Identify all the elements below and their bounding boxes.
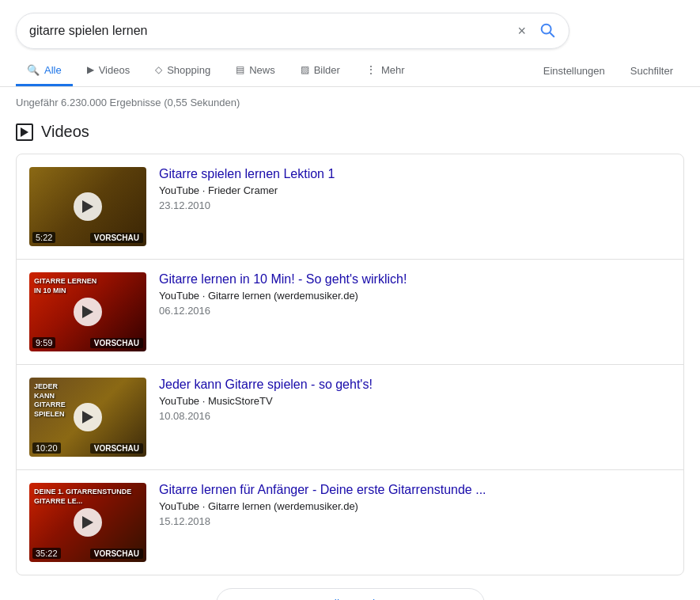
tab-news[interactable]: ▤ News [225,56,286,86]
svg-marker-5 [82,411,93,423]
thumb-play-button[interactable] [74,508,102,537]
play-icon [82,306,93,318]
video-thumbnail[interactable]: JEDERKANNGITARRESPIELEN 10:20 VORSCHAU [29,378,146,457]
tab-alle[interactable]: 🔍 Alle [16,56,73,86]
preview-label: VORSCHAU [90,233,143,243]
thumb-text-overlay: JEDERKANNGITARRESPIELEN [34,382,66,420]
video-duration: 35:22 [32,548,61,559]
play-triangle-icon [21,127,28,137]
thumb-play-button[interactable] [74,192,102,221]
alle-icon: 🔍 [27,64,40,76]
thumb-text-overlay: GITARRE LERNENIN 10 MIN [34,277,96,295]
svg-line-1 [550,32,554,36]
play-icon [82,200,93,213]
video-duration: 10:20 [32,442,61,454]
search-icon [539,21,556,39]
video-info: Jeder kann Gitarre spielen - so geht's! … [159,378,671,422]
thumb-text-overlay: DEINE 1. GITARRENSTUNDEGITARRE LE... [34,488,131,506]
tab-videos-label: Videos [99,64,131,76]
main-content: Videos 5:22 VORSCHAU Gitarre spielen ler… [0,115,700,600]
video-meta: YouTube · Gitarre lernen (werdemusiker.d… [159,290,671,302]
tab-shopping-label: Shopping [167,64,210,76]
video-info: Gitarre lernen in 10 Min! - So geht's wi… [159,272,671,317]
videos-section-header: Videos [16,123,684,141]
show-all-arrow: → [306,597,319,600]
videos-icon: ▶ [87,64,94,75]
shopping-icon: ◇ [155,64,162,75]
video-title[interactable]: Gitarre lernen in 10 Min! - So geht's wi… [159,272,671,287]
filter-link[interactable]: Suchfilter [619,57,684,85]
video-thumbnail[interactable]: DEINE 1. GITARRENSTUNDEGITARRE LE... 35:… [29,483,146,562]
show-all-container: → Alle anzeigen [16,575,684,600]
preview-label: VORSCHAU [90,443,143,454]
video-date: 15.12.2018 [159,515,671,527]
bilder-icon: ▨ [301,64,309,75]
nav-tabs: 🔍 Alle ▶ Videos ◇ Shopping ▤ News ▨ Bild… [0,49,700,87]
tab-shopping[interactable]: ◇ Shopping [144,56,221,86]
video-date: 06.12.2016 [159,305,671,317]
video-info: Gitarre spielen lernen Lektion 1 YouTube… [159,167,671,211]
video-thumbnail[interactable]: 5:22 VORSCHAU [29,167,146,246]
video-duration: 5:22 [32,232,55,243]
tab-bilder-label: Bilder [314,64,340,76]
tab-bilder[interactable]: ▨ Bilder [289,56,351,86]
video-meta: YouTube · Frieder Cramer [159,184,671,196]
video-meta: YouTube · Gitarre lernen (werdemusiker.d… [159,500,671,512]
search-input[interactable] [29,24,514,38]
videos-section-title: Videos [41,123,89,141]
mehr-icon: ⋮ [365,63,376,76]
svg-marker-4 [82,306,93,318]
top-bar: × [0,0,700,49]
search-box: × [16,13,569,49]
show-all-button[interactable]: → Alle anzeigen [216,588,485,600]
videos-section-icon [16,123,33,141]
settings-link[interactable]: Einstellungen [532,57,616,85]
clear-button[interactable]: × [514,23,529,40]
video-title[interactable]: Jeder kann Gitarre spielen - so geht's! [159,378,671,392]
video-item: GITARRE LERNENIN 10 MIN 9:59 VORSCHAU Gi… [17,260,683,365]
tab-mehr-label: Mehr [381,64,405,76]
video-thumbnail[interactable]: GITARRE LERNENIN 10 MIN 9:59 VORSCHAU [29,272,146,351]
results-count: Ungefähr 6.230.000 Ergebnisse (0,55 Seku… [0,87,700,115]
news-icon: ▤ [236,64,244,75]
thumb-play-button[interactable] [74,403,102,431]
search-button[interactable] [539,21,556,41]
video-duration: 9:59 [32,337,55,348]
tab-news-label: News [249,64,275,76]
preview-label: VORSCHAU [90,338,143,348]
video-title[interactable]: Gitarre lernen für Anfänger - Deine erst… [159,483,671,497]
tab-videos[interactable]: ▶ Videos [76,56,142,86]
video-item: DEINE 1. GITARRENSTUNDEGITARRE LE... 35:… [17,470,683,575]
tab-alle-label: Alle [44,64,62,76]
video-info: Gitarre lernen für Anfänger - Deine erst… [159,483,671,527]
tab-mehr[interactable]: ⋮ Mehr [354,55,416,86]
video-item: JEDERKANNGITARRESPIELEN 10:20 VORSCHAU J… [17,365,683,470]
svg-marker-2 [21,127,28,137]
preview-label: VORSCHAU [90,549,143,559]
video-date: 23.12.2010 [159,199,671,211]
video-meta: YouTube · MusicStoreTV [159,395,671,407]
thumb-play-button[interactable] [74,298,102,326]
video-title[interactable]: Gitarre spielen lernen Lektion 1 [159,167,671,181]
svg-marker-3 [82,200,93,213]
video-item: 5:22 VORSCHAU Gitarre spielen lernen Lek… [17,154,683,260]
play-icon [82,516,93,529]
svg-marker-6 [82,516,93,529]
play-icon [82,411,93,423]
video-date: 10.08.2016 [159,410,671,422]
video-list: 5:22 VORSCHAU Gitarre spielen lernen Lek… [16,154,684,575]
nav-right-actions: Einstellungen Suchfilter [532,57,684,85]
